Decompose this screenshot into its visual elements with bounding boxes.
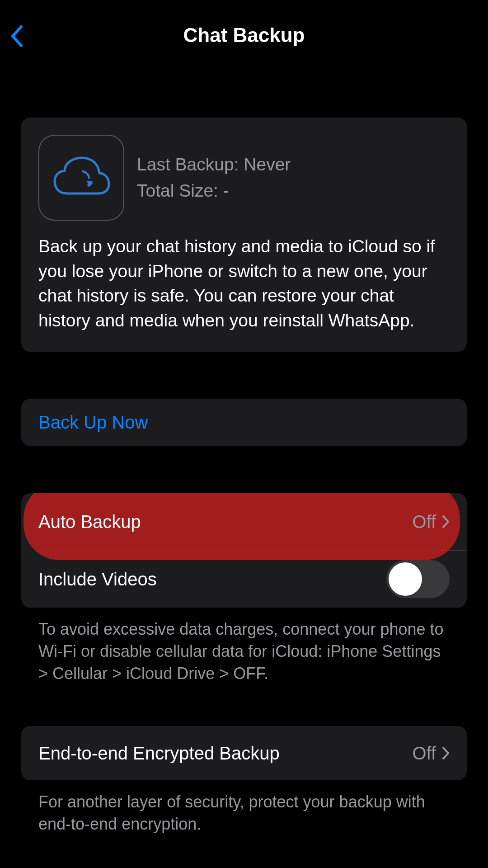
backup-settings-group: Auto Backup Off Include Videos	[21, 493, 467, 608]
backup-now-button[interactable]: Back Up Now	[21, 399, 467, 446]
data-charges-note: To avoid excessive data charges, connect…	[21, 618, 467, 684]
encryption-group: End-to-end Encrypted Backup Off	[21, 726, 467, 780]
encrypted-backup-label: End-to-end Encrypted Backup	[38, 743, 280, 764]
chevron-right-icon	[442, 747, 450, 760]
auto-backup-row[interactable]: Auto Backup Off	[21, 493, 467, 550]
include-videos-toggle[interactable]	[386, 560, 450, 598]
page-title: Chat Backup	[183, 24, 305, 47]
encryption-note: For another layer of security, protect y…	[21, 791, 467, 835]
backup-info-card: Last Backup: Never Total Size: - Back up…	[21, 118, 467, 352]
chevron-right-icon	[442, 515, 450, 528]
toggle-knob	[389, 562, 422, 596]
auto-backup-value: Off	[412, 512, 436, 532]
include-videos-label: Include Videos	[38, 569, 157, 590]
backup-description: Back up your chat history and media to i…	[21, 221, 467, 352]
total-size-text: Total Size: -	[137, 178, 291, 204]
cloud-backup-icon	[38, 135, 124, 221]
encrypted-backup-row[interactable]: End-to-end Encrypted Backup Off	[21, 726, 467, 780]
back-button[interactable]	[10, 25, 23, 49]
last-backup-text: Last Backup: Never	[137, 151, 291, 178]
chevron-left-icon	[10, 25, 23, 47]
auto-backup-label: Auto Backup	[38, 512, 141, 532]
header: Chat Backup	[0, 0, 488, 59]
encrypted-backup-value: Off	[412, 743, 436, 764]
